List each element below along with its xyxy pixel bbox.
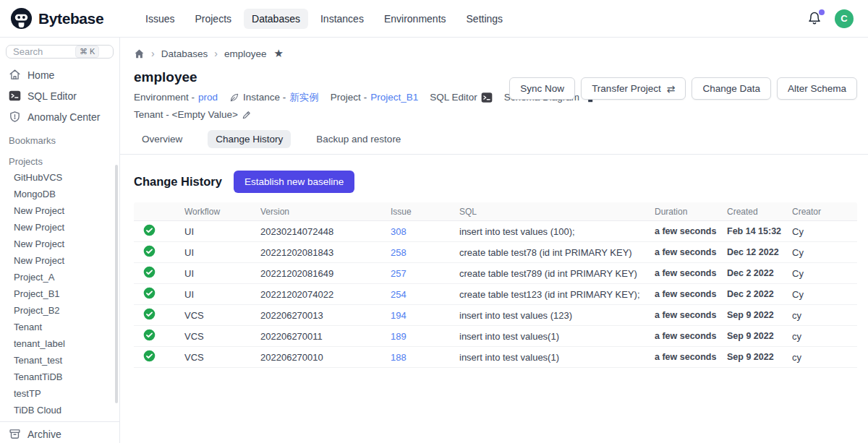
duration-cell: a few seconds xyxy=(655,226,727,236)
nav-item-settings[interactable]: Settings xyxy=(459,9,511,29)
issue-link[interactable]: 257 xyxy=(391,268,407,279)
nav-item-databases[interactable]: Databases xyxy=(244,9,308,29)
workflow-cell: UI xyxy=(184,226,260,237)
nav-item-issues[interactable]: Issues xyxy=(137,9,182,29)
creator-cell: Cy xyxy=(792,289,857,300)
tab-overview[interactable]: Overview xyxy=(134,130,190,148)
issue-link[interactable]: 188 xyxy=(391,352,407,363)
sidebar-scrollbar[interactable] xyxy=(115,165,118,403)
sql-cell: insert into test values(1) xyxy=(459,331,655,342)
issue-link[interactable]: 254 xyxy=(391,289,407,300)
sidebar-projects-list: GitHubVCSMongoDBNew ProjectNew ProjectNe… xyxy=(0,169,119,418)
created-cell: Sep 9 2022 xyxy=(727,310,792,320)
duration-cell: a few seconds xyxy=(655,331,727,341)
issue-link[interactable]: 308 xyxy=(391,226,407,237)
breadcrumb-databases[interactable]: Databases xyxy=(161,48,208,59)
establish-baseline-button[interactable]: Establish new baseline xyxy=(234,171,354,193)
sidebar-project-item[interactable]: Tenant_test xyxy=(0,352,119,369)
table-row[interactable]: VCS202206270010188insert into test value… xyxy=(134,347,857,368)
home-icon[interactable] xyxy=(134,48,145,59)
brand[interactable]: Bytebase xyxy=(10,7,130,30)
sidebar-divider xyxy=(0,421,119,422)
table-row[interactable]: UI20221202081843258create table test78 (… xyxy=(134,242,857,263)
table-row[interactable]: UI20221202074022254create table test123 … xyxy=(134,284,857,305)
sync-now-button[interactable]: Sync Now xyxy=(509,77,575,100)
issue-link[interactable]: 258 xyxy=(391,247,407,258)
section-title: Change History xyxy=(134,175,222,189)
bookmark-star-icon[interactable]: ★ xyxy=(273,47,283,60)
creator-cell: cy xyxy=(792,352,857,363)
tab-backup-and-restore[interactable]: Backup and restore xyxy=(308,130,409,148)
sidebar-project-item[interactable]: Project_A xyxy=(0,269,119,285)
notification-bell-icon[interactable] xyxy=(807,11,822,27)
table-row[interactable]: VCS202206270013194insert into test value… xyxy=(134,305,857,326)
sidebar-item-archive[interactable]: Archive xyxy=(0,423,119,443)
environment-link[interactable]: prod xyxy=(198,90,218,106)
sidebar-project-item[interactable]: Project_B2 xyxy=(0,302,119,319)
status-cell xyxy=(134,350,184,364)
sidebar-project-item[interactable]: MongoDB xyxy=(0,186,119,202)
header-actions: Sync NowTransfer Project⇄Change DataAlte… xyxy=(509,77,857,100)
table-row[interactable]: UI20230214072448308insert into test valu… xyxy=(134,221,857,242)
workflow-cell: UI xyxy=(184,268,260,279)
search-box[interactable]: ⌘ K xyxy=(6,45,114,59)
edit-pencil-icon[interactable] xyxy=(242,110,252,120)
sidebar-project-item[interactable]: TiDB Cloud xyxy=(0,402,119,418)
sidebar-item-sql-editor[interactable]: SQL Editor xyxy=(0,85,119,106)
sql-cell: create table test789 (id int PRIMARY KEY… xyxy=(459,268,655,279)
tab-change-history[interactable]: Change History xyxy=(208,130,291,148)
change-data-button[interactable]: Change Data xyxy=(692,77,771,100)
created-cell: Dec 2 2022 xyxy=(727,268,792,278)
version-cell: 20221202074022 xyxy=(260,289,391,300)
instance-label: Instance - xyxy=(243,90,286,106)
sql-editor-link[interactable]: SQL Editor xyxy=(430,90,493,106)
success-check-icon xyxy=(143,308,156,320)
workflow-cell: UI xyxy=(184,289,260,300)
sidebar-project-item[interactable]: GitHubVCS xyxy=(0,169,119,186)
nav-item-instances[interactable]: Instances xyxy=(312,9,372,29)
sidebar-item-label: SQL Editor xyxy=(27,90,77,102)
instance-link[interactable]: 新实例 xyxy=(289,90,319,106)
main-content: › Databases › employee ★ employee Enviro… xyxy=(120,38,868,443)
table-row[interactable]: UI20221202081649257create table test789 … xyxy=(134,263,857,284)
avatar[interactable]: C xyxy=(835,9,854,28)
terminal-icon xyxy=(9,90,21,102)
issue-cell: 254 xyxy=(391,289,459,300)
search-input[interactable] xyxy=(13,46,72,57)
tenant-meta-row: Tenant - <Empty Value> xyxy=(134,107,857,123)
sidebar-project-item[interactable]: TenantTiDB xyxy=(0,369,119,385)
breadcrumb-separator: › xyxy=(151,48,155,59)
sql-cell: create table test78 (id int PRIMARY KEY) xyxy=(459,247,655,258)
sidebar-project-item[interactable]: tenant_label xyxy=(0,335,119,352)
created-cell: Sep 9 2022 xyxy=(727,331,792,341)
brand-name: Bytebase xyxy=(38,10,103,27)
version-cell: 20230214072448 xyxy=(260,226,391,237)
sidebar-project-item[interactable]: New Project xyxy=(0,219,119,236)
sidebar-project-item[interactable]: Project_B1 xyxy=(0,285,119,302)
sidebar-project-item[interactable]: testTP xyxy=(0,385,119,402)
creator-cell: Cy xyxy=(792,268,857,279)
sidebar-project-item[interactable]: Tenant xyxy=(0,319,119,335)
issue-link[interactable]: 194 xyxy=(391,310,407,321)
issue-link[interactable]: 189 xyxy=(391,331,407,342)
table-row[interactable]: VCS202206270011189insert into test value… xyxy=(134,326,857,347)
version-cell: 20221202081843 xyxy=(260,247,391,258)
sidebar-project-item[interactable]: New Project xyxy=(0,252,119,269)
created-cell: Dec 2 2022 xyxy=(727,289,792,299)
transfer-project-button[interactable]: Transfer Project⇄ xyxy=(581,77,686,100)
tab-bar: OverviewChange HistoryBackup and restore xyxy=(134,130,857,148)
sidebar-item-home[interactable]: Home xyxy=(0,64,119,85)
sidebar-project-item[interactable]: New Project xyxy=(0,236,119,252)
sidebar-project-item[interactable]: New Project xyxy=(0,202,119,219)
nav-item-projects[interactable]: Projects xyxy=(187,9,239,29)
success-check-icon xyxy=(143,350,156,362)
sidebar-item-anomaly-center[interactable]: Anomaly Center xyxy=(0,106,119,127)
transfer-icon: ⇄ xyxy=(667,83,676,95)
alter-schema-button[interactable]: Alter Schema xyxy=(777,77,857,100)
version-cell: 202206270011 xyxy=(260,331,391,342)
sidebar-item-label: Home xyxy=(27,69,54,81)
column-header-sql: SQL xyxy=(459,207,655,217)
status-cell xyxy=(134,245,184,259)
nav-item-environments[interactable]: Environments xyxy=(376,9,454,29)
project-link[interactable]: Project_B1 xyxy=(370,90,418,106)
